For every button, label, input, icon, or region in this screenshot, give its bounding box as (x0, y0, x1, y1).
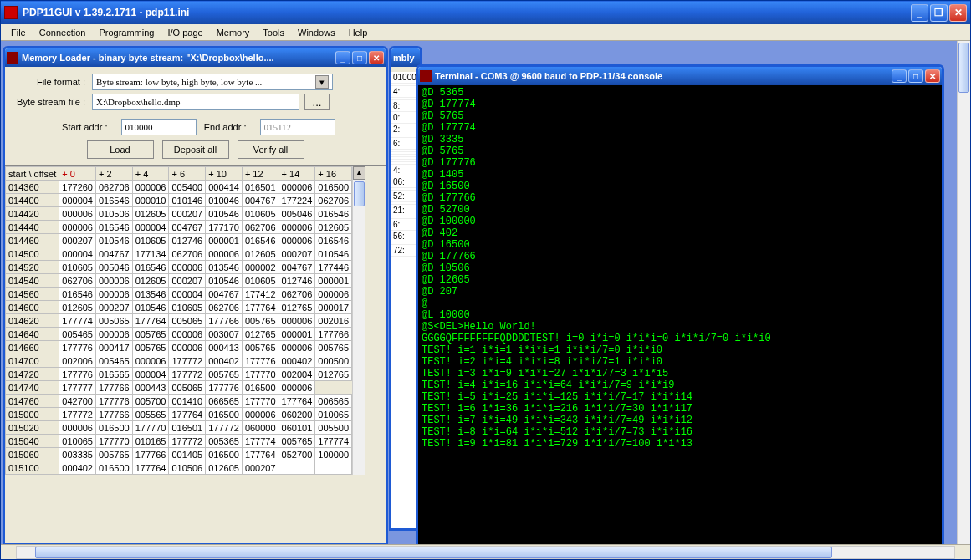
table-row[interactable]: 0146601777760004170057650000060004130057… (6, 341, 352, 354)
memory-cell[interactable]: 000004 (59, 247, 96, 261)
memory-row-addr[interactable]: 014500 (6, 247, 59, 261)
memory-cell[interactable]: 177772 (169, 354, 206, 368)
table-row[interactable]: 0150200000060165001777700165011777720600… (6, 421, 352, 435)
dropdown-arrow-icon[interactable]: ▾ (315, 75, 329, 89)
memory-cell[interactable]: 000006 (132, 181, 169, 194)
memory-row-addr[interactable]: 014440 (6, 221, 59, 234)
memory-cell[interactable]: 177770 (96, 435, 133, 448)
memory-cell[interactable]: 004767 (279, 261, 315, 274)
memory-cell[interactable]: 005065 (169, 381, 206, 395)
memory-row-addr[interactable]: 014560 (6, 288, 59, 301)
memory-cell[interactable]: 010065 (59, 435, 96, 448)
memory-cell[interactable]: 177774 (242, 435, 279, 448)
memory-cell[interactable]: 012605 (59, 301, 96, 314)
memory-cell[interactable]: 016500 (315, 181, 352, 194)
memory-row-addr[interactable]: 014720 (6, 368, 59, 381)
memory-cell[interactable]: 010605 (242, 274, 279, 288)
table-row[interactable]: 0147401777771777660004430050651777760165… (6, 381, 352, 395)
memory-row-addr[interactable]: 014540 (6, 274, 59, 288)
memory-cell[interactable]: 016500 (96, 461, 133, 475)
memory-cell[interactable]: 005765 (242, 314, 279, 328)
memory-cell[interactable]: 012605 (132, 274, 169, 288)
memory-cell[interactable]: 002016 (315, 314, 352, 328)
ml-close-button[interactable]: ✕ (369, 51, 384, 64)
memory-cell[interactable]: 000001 (279, 328, 315, 341)
memory-cell[interactable]: 010605 (169, 301, 206, 314)
term-close-button[interactable]: ✕ (925, 69, 940, 83)
memory-cell[interactable]: 000006 (96, 274, 133, 288)
memory-cell[interactable] (279, 461, 315, 475)
memory-cell[interactable]: 005046 (279, 207, 315, 221)
table-row[interactable]: 0145400627060000060126050002070105460106… (6, 274, 352, 288)
memory-cell[interactable]: 042700 (59, 395, 96, 408)
menu-windows[interactable]: Windows (291, 26, 342, 39)
memory-cell[interactable]: 000402 (206, 354, 243, 368)
memory-cell[interactable]: 177766 (96, 408, 133, 421)
memory-cell[interactable]: 177776 (242, 354, 279, 368)
scroll-up-icon[interactable]: ▲ (353, 166, 365, 180)
memory-cell[interactable]: 005700 (132, 395, 169, 408)
memory-cell[interactable]: 000006 (315, 288, 352, 301)
file-format-select[interactable]: Byte stream: low byte, high byte, low by… (92, 74, 333, 90)
memory-cell[interactable]: 000006 (279, 314, 315, 328)
memory-cell[interactable]: 001410 (169, 395, 206, 408)
memory-cell[interactable]: 000402 (279, 354, 315, 368)
memory-cell[interactable]: 000001 (315, 274, 352, 288)
ml-minimize-button[interactable]: _ (335, 51, 350, 64)
memory-header[interactable]: + 6 (169, 167, 206, 181)
memory-cell[interactable]: 003335 (59, 448, 96, 461)
memory-cell[interactable]: 000006 (96, 328, 133, 341)
memory-cell[interactable]: 000006 (242, 408, 279, 421)
table-row[interactable]: 0144000000040165460000100101460100460047… (6, 194, 352, 207)
memory-cell[interactable]: 066565 (206, 395, 243, 408)
memory-cell[interactable]: 002004 (279, 368, 315, 381)
memory-table[interactable]: start \ offset+ 0+ 2+ 4+ 6+ 10+ 12+ 14+ … (5, 166, 352, 475)
memory-cell[interactable]: 010506 (96, 207, 133, 221)
memory-cell[interactable]: 005046 (96, 261, 133, 274)
memory-cell[interactable]: 005565 (132, 408, 169, 421)
table-row[interactable]: 0150600033350057651777660014050165001777… (6, 448, 352, 461)
memory-cell[interactable]: 177772 (206, 421, 243, 435)
table-row[interactable]: 0145200106050050460165460000060135460000… (6, 261, 352, 274)
table-row[interactable]: 0147201777760165650000041777720057651777… (6, 368, 352, 381)
memory-cell[interactable]: 010546 (206, 274, 243, 288)
memory-cell[interactable]: 000207 (59, 234, 96, 247)
close-button[interactable]: ✕ (949, 4, 967, 22)
memory-row-addr[interactable]: 015040 (6, 435, 59, 448)
mdi-vertical-scrollbar[interactable] (957, 41, 970, 544)
memory-cell[interactable]: 016500 (242, 381, 279, 395)
memory-row-addr[interactable]: 014520 (6, 261, 59, 274)
memory-cell[interactable]: 013546 (206, 261, 243, 274)
memory-cell[interactable]: 012605 (206, 461, 243, 475)
menu-iopage[interactable]: I/O page (161, 26, 209, 39)
memory-row-addr[interactable]: 014360 (6, 181, 59, 194)
memory-cell[interactable]: 000001 (206, 234, 243, 247)
table-row[interactable]: 0144200000060105060126050002070105460106… (6, 207, 352, 221)
memory-row-addr[interactable]: 015100 (6, 461, 59, 475)
memory-cell[interactable]: 000006 (169, 328, 206, 341)
table-row[interactable]: 0146400054650000060057650000060030070127… (6, 328, 352, 341)
memory-cell[interactable]: 177766 (315, 328, 352, 341)
memory-cell[interactable]: 005465 (96, 354, 133, 368)
memory-cell[interactable]: 177446 (315, 261, 352, 274)
menu-programming[interactable]: Programming (92, 26, 161, 39)
memory-cell[interactable]: 012605 (242, 247, 279, 261)
memory-cell[interactable]: 010165 (132, 435, 169, 448)
memory-cell[interactable]: 000006 (279, 181, 315, 194)
browse-button[interactable]: ... (304, 94, 330, 110)
memory-cell[interactable]: 062706 (169, 247, 206, 261)
memory-cell[interactable]: 016546 (315, 207, 352, 221)
memory-header[interactable]: + 4 (132, 167, 169, 181)
table-row[interactable]: 0145000000040047671771340627060000060126… (6, 247, 352, 261)
memory-cell[interactable]: 000006 (96, 288, 133, 301)
memory-cell[interactable]: 010146 (169, 194, 206, 207)
memory-cell[interactable]: 010546 (315, 247, 352, 261)
memory-row-addr[interactable]: 014640 (6, 328, 59, 341)
memory-cell[interactable]: 016565 (96, 368, 133, 381)
table-row[interactable]: 0150001777721777660055651777640165000000… (6, 408, 352, 421)
memory-cell[interactable]: 016546 (59, 288, 96, 301)
memory-cell[interactable]: 005765 (315, 341, 352, 354)
memory-cell[interactable]: 010546 (206, 207, 243, 221)
byte-stream-file-input[interactable] (92, 94, 299, 110)
memory-cell[interactable]: 177260 (59, 181, 96, 194)
